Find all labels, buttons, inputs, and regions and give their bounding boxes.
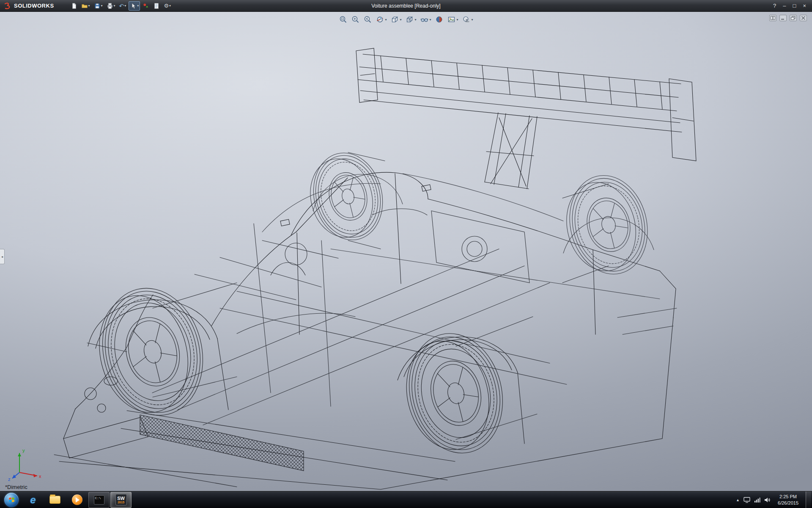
- display-style-button[interactable]: ▾: [405, 14, 417, 25]
- show-desktop-button[interactable]: [806, 491, 811, 508]
- view-orientation-button[interactable]: ▾: [390, 14, 402, 25]
- edit-appearance-ball-icon: [435, 15, 444, 24]
- help-button[interactable]: ?: [773, 3, 776, 9]
- reference-triad: y x z: [7, 444, 44, 482]
- network-icon[interactable]: [754, 497, 760, 503]
- file-properties-button[interactable]: [152, 1, 161, 11]
- app-name: SOLIDWORKS: [14, 3, 54, 9]
- heads-up-view-toolbar: ▾ ▾ ▾ ▾: [338, 14, 473, 25]
- new-document-button[interactable]: [69, 1, 79, 11]
- minimize-document-button[interactable]: [779, 15, 787, 21]
- wheel-rear-left: [394, 323, 515, 464]
- hide-show-caret[interactable]: ▾: [430, 18, 431, 22]
- panel-collapse-icon: ◄: [1, 255, 4, 258]
- previous-view-icon: [363, 15, 372, 24]
- hide-show-items-button[interactable]: ▾: [420, 14, 432, 25]
- view-orientation-cube-icon: [390, 15, 399, 24]
- options-button[interactable]: ⚙ ▾: [162, 1, 172, 11]
- view-settings-caret[interactable]: ▾: [472, 18, 473, 22]
- main-toolbar: ▾ ▾ ▾ ↶ ▾ ▾: [69, 1, 172, 11]
- solidworks-2015-icon: SW 2015: [115, 494, 127, 505]
- new-document-icon: [71, 3, 77, 9]
- save-dropdown-caret[interactable]: ▾: [101, 4, 103, 8]
- restore-document-button[interactable]: [790, 15, 797, 21]
- tray-expand-button[interactable]: ▴: [736, 497, 740, 502]
- wheel-front-right: [301, 146, 391, 248]
- rear-wing-wireframe: [356, 48, 696, 189]
- save-button[interactable]: ▾: [93, 1, 104, 11]
- maximize-button[interactable]: □: [793, 3, 796, 9]
- close-document-icon: [801, 16, 806, 20]
- open-dropdown-caret[interactable]: ▾: [88, 4, 90, 8]
- save-icon: [94, 3, 101, 9]
- close-button[interactable]: ×: [803, 3, 806, 9]
- wireframe-race-car-model[interactable]: [0, 12, 812, 491]
- zoom-to-area-icon: [351, 15, 359, 24]
- file-properties-icon: [153, 3, 160, 9]
- taskbar-clock[interactable]: 2:25 PM 6/26/2015: [774, 494, 802, 506]
- undo-button[interactable]: ↶ ▾: [118, 1, 128, 11]
- graphics-viewport[interactable]: ▾ ▾ ▾ ▾: [0, 12, 812, 491]
- open-folder-icon: [81, 3, 88, 9]
- volume-icon[interactable]: [764, 497, 771, 503]
- view-orientation-caret[interactable]: ▾: [400, 18, 401, 22]
- command-prompt-icon: C:\: [94, 495, 104, 505]
- undo-icon: ↶: [119, 3, 124, 9]
- print-dropdown-caret[interactable]: ▾: [114, 4, 115, 8]
- select-button[interactable]: ▾: [129, 1, 140, 11]
- select-dropdown-caret[interactable]: ▾: [137, 4, 139, 8]
- triad-y-label: y: [22, 448, 25, 453]
- options-dropdown-caret[interactable]: ▾: [169, 4, 171, 8]
- section-view-caret[interactable]: ▾: [385, 18, 387, 22]
- hide-show-glasses-icon: [420, 15, 429, 24]
- clock-time: 2:25 PM: [778, 494, 798, 500]
- minimize-button[interactable]: –: [783, 3, 786, 9]
- internet-explorer-icon: e: [30, 495, 36, 505]
- window-title: Voiture assemblee [Read-only]: [371, 3, 440, 9]
- windows-flag-icon: [8, 496, 15, 503]
- wheel-rear-right: [556, 167, 658, 283]
- taskbar-media-player[interactable]: [66, 492, 88, 508]
- folder-icon: [49, 496, 60, 504]
- zoom-to-fit-button[interactable]: [338, 14, 348, 25]
- action-center-icon[interactable]: [743, 497, 750, 503]
- display-style-caret[interactable]: ▾: [414, 18, 416, 22]
- view-orientation-label: *Dimetric: [5, 484, 27, 490]
- apply-scene-caret[interactable]: ▾: [457, 18, 458, 22]
- taskbar-command-prompt[interactable]: C:\: [88, 492, 110, 508]
- feature-manager-collapse-tab[interactable]: ◄: [0, 249, 5, 264]
- undo-dropdown-caret[interactable]: ▾: [124, 4, 126, 8]
- media-player-icon: [72, 494, 82, 505]
- dassault-logo-icon: [3, 2, 12, 10]
- zoom-to-area-button[interactable]: [351, 14, 360, 25]
- taskbar-internet-explorer[interactable]: e: [22, 492, 44, 508]
- document-window-controls: [769, 15, 807, 21]
- tile-windows-icon: [771, 16, 775, 20]
- windows-taskbar: e C:\ SW 2015 ▴ 2:25 PM 6/26/2015: [0, 491, 812, 508]
- edit-appearance-button[interactable]: [435, 14, 444, 25]
- rebuild-button[interactable]: [141, 1, 151, 11]
- wireframe-geometry: [54, 48, 696, 489]
- restore-document-icon: [791, 16, 796, 20]
- gear-icon: ⚙: [164, 3, 169, 8]
- previous-view-button[interactable]: [363, 14, 372, 25]
- apply-scene-icon: [447, 15, 456, 24]
- close-document-button[interactable]: [800, 15, 807, 21]
- start-button[interactable]: [4, 493, 19, 507]
- tile-windows-button[interactable]: [769, 15, 776, 21]
- body-wireframe: [54, 172, 676, 489]
- select-cursor-icon: [130, 3, 137, 9]
- print-button[interactable]: ▾: [105, 1, 117, 11]
- clock-date: 6/26/2015: [778, 500, 798, 506]
- taskbar-solidworks[interactable]: SW 2015: [110, 492, 132, 508]
- system-tray: ▴ 2:25 PM 6/26/2015: [736, 491, 812, 508]
- solidworks-icon-year: 2015: [118, 501, 124, 504]
- window-controls: ? – □ ×: [773, 3, 812, 9]
- taskbar-file-explorer[interactable]: [44, 492, 66, 508]
- view-settings-button[interactable]: ▾: [462, 14, 474, 25]
- apply-scene-button[interactable]: ▾: [447, 14, 459, 25]
- open-button[interactable]: ▾: [80, 1, 91, 11]
- section-view-icon: [376, 15, 384, 24]
- section-view-button[interactable]: ▾: [375, 14, 387, 25]
- solidworks-icon-label: SW: [117, 496, 125, 501]
